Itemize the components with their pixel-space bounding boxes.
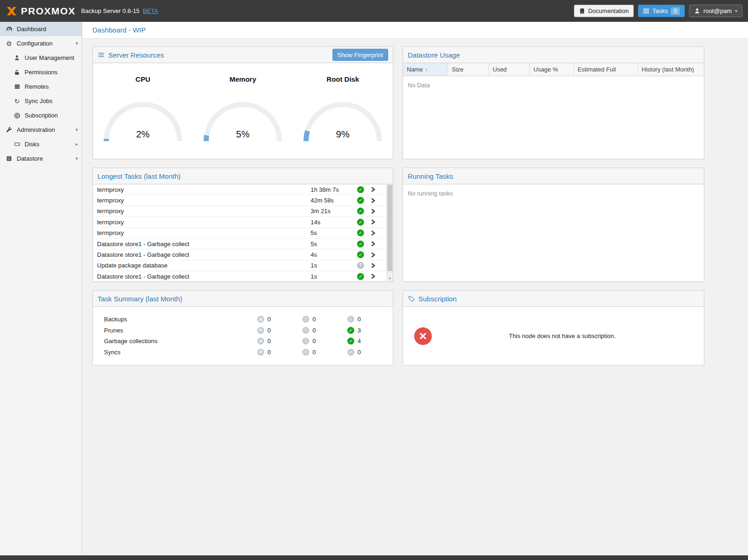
sidebar-item-datastore[interactable]: Datastore ▾ — [0, 151, 82, 166]
chevron-right-icon[interactable] — [371, 208, 376, 214]
sidebar-item-configuration[interactable]: ⚙ Configuration ▾ — [0, 36, 82, 51]
sidebar-item-administration[interactable]: Administration ▾ — [0, 123, 82, 137]
task-row[interactable]: Update package database 1s — [93, 260, 386, 271]
sync-icon: ↻ — [13, 98, 21, 105]
building-icon — [5, 156, 13, 162]
sidebar-item-label: Subscription — [25, 112, 58, 119]
scrollbar-thumb[interactable] — [387, 185, 392, 271]
task-name: Datastore store1 - Garbage collect — [97, 241, 311, 247]
longest-tasks-list: termproxy 1h 38m 7s termproxy 42m 58s — [93, 184, 393, 281]
resource-gauges: CPU 2% Memory — [93, 63, 393, 143]
chevron-down-icon[interactable]: ▾ — [75, 156, 78, 162]
page-title: Dashboard - WIP — [82, 22, 748, 39]
root-disk-gauge: Root Disk 9% — [301, 75, 384, 143]
task-list-icon — [643, 8, 649, 13]
sidebar-item-label: Disks — [25, 141, 39, 148]
chevron-right-icon[interactable] — [371, 241, 376, 247]
wrench-icon — [5, 127, 13, 133]
task-summary-table: Backups 0 0 0 Prunes 0 0 3 — [93, 307, 393, 358]
gauge-label: Root Disk — [326, 75, 359, 83]
bottom-bar — [0, 555, 748, 560]
task-row[interactable]: Datastore store1 - Garbage collect 4s — [93, 249, 386, 260]
task-row[interactable]: termproxy 3m 21s — [93, 206, 386, 217]
server-resources-panel: Server Resources Show Fingerprint CPU — [92, 46, 393, 159]
task-row[interactable]: Datastore store1 - Garbage collect 5s — [93, 239, 386, 249]
task-status-icon — [357, 219, 364, 226]
chevron-right-icon[interactable] — [371, 273, 376, 279]
error-count: 0 — [267, 338, 271, 345]
sidebar-item-disks[interactable]: Disks ▸ — [0, 137, 82, 151]
column-label: Used — [493, 66, 507, 73]
sidebar-item-remotes[interactable]: Remotes — [0, 79, 82, 94]
error-count: 0 — [267, 327, 271, 334]
beta-link[interactable]: BETA — [143, 7, 158, 14]
task-name: Update package database — [97, 262, 311, 269]
topbar: PROXMOX Backup Server 0.8-15 BETA Docume… — [0, 0, 748, 22]
sidebar-item-label: User Management — [25, 54, 74, 61]
chevron-down-icon: ▾ — [735, 8, 737, 13]
sidebar-item-permissions[interactable]: Permissions — [0, 65, 82, 79]
scrollbar-down-arrow[interactable]: ▼ — [387, 275, 393, 281]
sidebar-item-label: Datastore — [17, 155, 43, 162]
task-duration: 1s — [311, 273, 357, 280]
task-row[interactable]: Datastore store1 - Garbage collect 1s — [93, 271, 386, 281]
scrollbar[interactable]: ▼ — [386, 184, 393, 281]
sidebar: Dashboard ⚙ Configuration ▾ User Managem… — [0, 22, 82, 555]
sidebar-item-sync-jobs[interactable]: ↻ Sync Jobs — [0, 94, 82, 108]
tasks-count-badge: 0 — [671, 7, 680, 15]
error-count: 0 — [267, 316, 271, 323]
user-icon — [694, 8, 700, 14]
panel-title: Task Summary (last Month) — [98, 295, 182, 303]
chevron-right-icon[interactable] — [371, 198, 376, 203]
ok-count: 0 — [358, 316, 361, 323]
error-cell: 0 — [257, 349, 302, 356]
panel-title: Running Tasks — [408, 172, 453, 180]
chevron-down-icon[interactable]: ▾ — [75, 127, 78, 133]
task-row[interactable]: termproxy 5s — [93, 228, 386, 239]
column-header-estimated-full[interactable]: Estimated Full — [574, 63, 638, 76]
sidebar-item-user-management[interactable]: User Management — [0, 51, 82, 65]
user-menu-button[interactable]: root@pam ▾ — [689, 5, 742, 17]
chevron-right-icon[interactable] — [371, 252, 376, 258]
sidebar-item-label: Administration — [17, 126, 55, 133]
column-header-history[interactable]: History (last Month) — [638, 63, 704, 76]
server-icon — [13, 84, 21, 90]
ok-count: 0 — [358, 349, 361, 356]
sidebar-item-label: Dashboard — [17, 26, 46, 33]
column-header-name[interactable]: Name ↑ — [403, 63, 448, 76]
sidebar-item-label: Sync Jobs — [25, 98, 52, 104]
column-header-size[interactable]: Size — [448, 63, 489, 76]
column-header-used[interactable]: Used — [489, 63, 530, 76]
warning-cell: 0 — [302, 349, 347, 356]
ticket-icon — [408, 295, 415, 302]
sidebar-item-subscription[interactable]: Subscription — [0, 108, 82, 123]
show-fingerprint-button[interactable]: Show Fingerprint — [332, 49, 388, 61]
chevron-right-icon[interactable]: ▸ — [75, 141, 78, 147]
chevron-right-icon[interactable] — [371, 230, 376, 236]
task-status-icon — [357, 186, 364, 193]
panel-title: Longest Tasks (last Month) — [98, 172, 181, 180]
task-duration: 14s — [311, 219, 357, 226]
no-running-tasks-text: No running tasks — [403, 184, 704, 202]
task-row[interactable]: termproxy 14s — [93, 217, 386, 228]
product-version: Backup Server 0.8-15 — [81, 7, 140, 14]
summary-row: Backups 0 0 0 — [104, 314, 393, 325]
ok-icon — [347, 338, 354, 345]
brand-text: PROXMOX — [21, 6, 76, 17]
chevron-right-icon[interactable] — [371, 263, 376, 268]
task-row[interactable]: termproxy 42m 58s — [93, 195, 386, 206]
error-icon — [257, 338, 264, 345]
book-icon — [579, 8, 585, 14]
panel-title: Datastore Usage — [408, 51, 460, 59]
ok-count: 4 — [358, 338, 361, 345]
task-row[interactable]: termproxy 1h 38m 7s — [93, 184, 386, 195]
chevron-right-icon[interactable] — [371, 187, 376, 192]
warning-cell: 0 — [302, 316, 347, 323]
tasks-button[interactable]: Tasks 0 — [638, 5, 685, 17]
chevron-down-icon[interactable]: ▾ — [75, 40, 78, 46]
column-header-usage-pct[interactable]: Usage % — [530, 63, 574, 76]
chevron-right-icon[interactable] — [371, 219, 376, 225]
sidebar-item-dashboard[interactable]: Dashboard — [0, 22, 82, 36]
documentation-button[interactable]: Documentation — [574, 5, 634, 17]
task-duration: 1s — [311, 262, 357, 269]
